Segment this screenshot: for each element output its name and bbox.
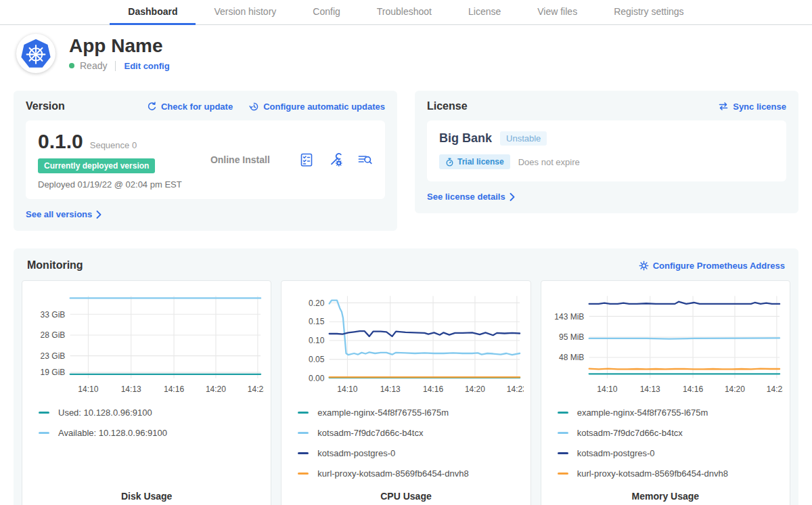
tab-version-history[interactable]: Version history: [196, 0, 294, 25]
legend-color-dash: [298, 473, 309, 475]
license-panel: Big Bank Unstable Trial license Does not…: [427, 120, 786, 181]
chart-title: CPU Usage: [288, 479, 523, 502]
version-number: 0.1.0: [38, 130, 83, 153]
deployed-timestamp: Deployed 01/19/22 @ 02:04 pm EST: [38, 179, 182, 190]
tab-config[interactable]: Config: [294, 0, 358, 25]
svg-text:14:10: 14:10: [338, 385, 358, 394]
preflight-checks-icon[interactable]: [298, 152, 315, 168]
license-card: License Sync license Big Bank Unstable: [415, 91, 798, 213]
edit-config-link[interactable]: Edit config: [124, 61, 169, 71]
svg-text:14:16: 14:16: [423, 385, 443, 394]
version-card: Version Check for update Configure au: [14, 91, 397, 231]
legend-color-dash: [558, 473, 568, 475]
svg-text:14:23: 14:23: [766, 385, 783, 394]
cards-row: Version Check for update Configure au: [14, 91, 798, 231]
sync-license-link[interactable]: Sync license: [718, 102, 786, 112]
configure-prometheus-link[interactable]: Configure Prometheus Address: [639, 261, 785, 271]
legend-color-dash: [558, 452, 568, 454]
cpu-usage-chart-card: 14:1014:1314:1614:2014:230.000.050.100.1…: [281, 280, 531, 505]
chevron-right-icon: [96, 211, 102, 219]
legend-item: kotsadm-postgres-0: [558, 448, 783, 458]
refresh-icon: [147, 102, 157, 112]
svg-text:0.10: 0.10: [309, 336, 325, 345]
kubernetes-icon: [20, 38, 51, 69]
legend-item: example-nginx-54f8f76755-l675m: [298, 408, 523, 418]
schedule-update-icon: [249, 102, 259, 112]
tab-registry-settings[interactable]: Registry settings: [595, 0, 702, 25]
legend-label: kotsadm-7f9dc7d66c-b4tcx: [577, 428, 683, 438]
svg-text:0.05: 0.05: [309, 355, 325, 364]
deployed-badge: Currently deployed version: [38, 158, 155, 173]
legend-color-dash: [39, 412, 49, 414]
sync-icon: [718, 102, 729, 111]
svg-text:0.15: 0.15: [309, 317, 325, 326]
gear-icon: [639, 261, 649, 271]
svg-text:14:20: 14:20: [206, 385, 226, 394]
chevron-right-icon: [510, 193, 515, 201]
legend-label: Used: 10.128.0.96:9100: [58, 408, 152, 418]
trial-license-badge: Trial license: [439, 154, 510, 169]
svg-text:14:16: 14:16: [164, 385, 184, 394]
svg-text:14:20: 14:20: [725, 385, 745, 394]
disk-usage-legend: Used: 10.128.0.96:9100Available: 10.128.…: [39, 408, 264, 438]
chart-title: Disk Usage: [29, 479, 264, 502]
svg-text:48 MiB: 48 MiB: [559, 353, 584, 362]
cpu-usage-chart: 14:1014:1314:1614:2014:230.000.050.100.1…: [288, 290, 523, 402]
svg-text:14:23: 14:23: [507, 385, 524, 394]
configure-automatic-updates-link[interactable]: Configure automatic updates: [249, 102, 385, 112]
svg-text:19 GiB: 19 GiB: [41, 368, 66, 377]
legend-item: example-nginx-54f8f76755-l675m: [558, 408, 783, 418]
legend-item: kurl-proxy-kotsadm-8569fb6454-dnvh8: [558, 468, 783, 479]
disk-usage-chart-card: 14:1014:1314:1614:2014:2319 GiB23 GiB28 …: [22, 280, 271, 505]
version-card-title: Version: [26, 100, 65, 112]
license-card-title: License: [427, 100, 468, 112]
config-wrench-icon[interactable]: [328, 152, 344, 168]
app-logo: [16, 34, 55, 73]
divider: [115, 61, 116, 71]
legend-item: Used: 10.128.0.96:9100: [39, 408, 264, 418]
legend-item: Available: 10.128.0.96:9100: [39, 428, 264, 438]
legend-label: kurl-proxy-kotsadm-8569fb6454-dnvh8: [577, 468, 728, 479]
cpu-usage-legend: example-nginx-54f8f76755-l675mkotsadm-7f…: [298, 408, 523, 479]
legend-label: kotsadm-postgres-0: [317, 448, 395, 458]
legend-color-dash: [39, 432, 49, 434]
legend-label: kurl-proxy-kotsadm-8569fb6454-dnvh8: [317, 468, 468, 479]
legend-label: Available: 10.128.0.96:9100: [58, 428, 167, 438]
legend-item: kurl-proxy-kotsadm-8569fb6454-dnvh8: [298, 468, 523, 479]
tab-troubleshoot[interactable]: Troubleshoot: [359, 0, 450, 25]
chart-title: Memory Usage: [548, 479, 783, 502]
tab-view-files[interactable]: View files: [519, 0, 595, 25]
legend-color-dash: [298, 412, 309, 414]
legend-color-dash: [298, 452, 309, 454]
customer-name: Big Bank: [439, 131, 492, 146]
memory-usage-legend: example-nginx-54f8f76755-l675mkotsadm-7f…: [558, 408, 783, 479]
tab-license[interactable]: License: [450, 0, 519, 25]
monitoring-title: Monitoring: [27, 259, 83, 271]
see-all-versions-link[interactable]: See all versions: [26, 209, 102, 219]
status-text: Ready: [80, 60, 107, 71]
view-logs-icon[interactable]: [357, 152, 373, 168]
stopwatch-icon: [445, 158, 454, 167]
svg-text:95 MiB: 95 MiB: [559, 332, 584, 342]
legend-label: kotsadm-postgres-0: [577, 448, 655, 458]
svg-text:23 GiB: 23 GiB: [41, 351, 66, 361]
expiry-text: Does not expire: [518, 157, 580, 167]
svg-text:14:10: 14:10: [78, 385, 98, 394]
check-for-update-link[interactable]: Check for update: [147, 102, 233, 112]
sequence-label: Sequence 0: [90, 140, 137, 150]
disk-usage-chart: 14:1014:1314:1614:2014:2319 GiB23 GiB28 …: [29, 290, 264, 402]
svg-text:14:13: 14:13: [639, 385, 660, 394]
legend-color-dash: [558, 412, 568, 414]
memory-usage-chart-card: 14:1014:1314:1614:2014:2348 MiB95 MiB143…: [541, 280, 790, 505]
svg-text:0.20: 0.20: [309, 299, 325, 308]
legend-label: kotsadm-7f9dc7d66c-b4tcx: [317, 428, 423, 438]
legend-label: example-nginx-54f8f76755-l675m: [577, 408, 708, 418]
legend-color-dash: [558, 432, 568, 434]
svg-text:0.00: 0.00: [309, 374, 325, 383]
svg-text:143 MiB: 143 MiB: [554, 312, 584, 322]
see-license-details-link[interactable]: See license details: [427, 192, 515, 202]
svg-text:14:13: 14:13: [380, 385, 401, 394]
tab-dashboard[interactable]: Dashboard: [110, 0, 196, 25]
top-nav: Dashboard Version history Config Trouble…: [0, 0, 812, 25]
svg-text:14:10: 14:10: [597, 385, 617, 394]
